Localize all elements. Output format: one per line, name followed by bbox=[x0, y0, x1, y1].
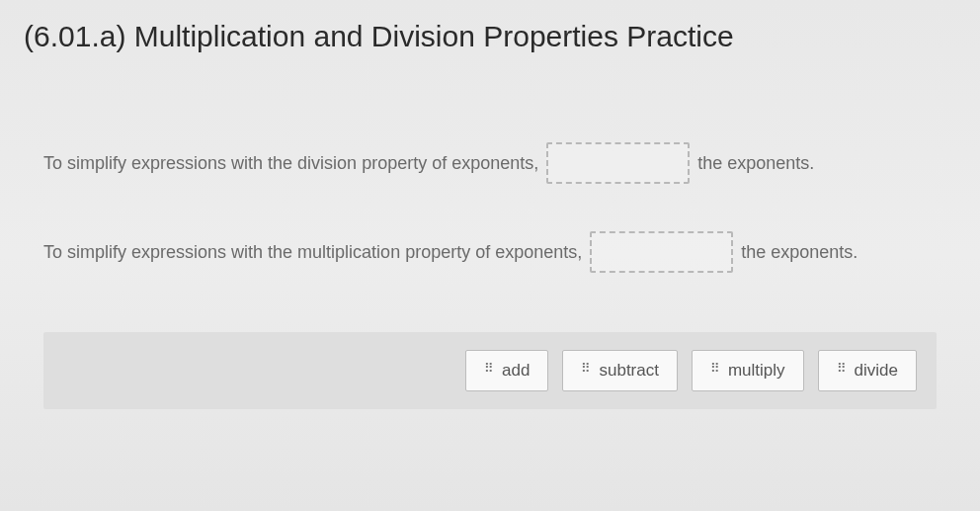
question-content: To simplify expressions with the divisio… bbox=[24, 142, 956, 409]
grip-icon bbox=[710, 366, 720, 376]
options-bar: add subtract multiply divide bbox=[43, 332, 937, 409]
sentence-row-1: To simplify expressions with the divisio… bbox=[43, 142, 937, 184]
option-label: multiply bbox=[728, 361, 785, 381]
option-subtract[interactable]: subtract bbox=[562, 350, 677, 391]
sentence-1-after: the exponents. bbox=[697, 153, 814, 174]
page-title: (6.01.a) Multiplication and Division Pro… bbox=[24, 20, 956, 53]
option-label: add bbox=[502, 361, 530, 381]
sentence-2-after: the exponents. bbox=[741, 242, 858, 263]
grip-icon bbox=[581, 366, 591, 376]
option-divide[interactable]: divide bbox=[818, 350, 917, 391]
drop-zone-2[interactable] bbox=[590, 231, 733, 273]
grip-icon bbox=[837, 366, 847, 376]
sentence-1-before: To simplify expressions with the divisio… bbox=[43, 153, 538, 174]
option-multiply[interactable]: multiply bbox=[692, 350, 804, 391]
option-label: divide bbox=[855, 361, 898, 381]
sentence-row-2: To simplify expressions with the multipl… bbox=[43, 231, 937, 273]
option-label: subtract bbox=[599, 361, 658, 381]
sentence-2-before: To simplify expressions with the multipl… bbox=[43, 242, 582, 263]
option-add[interactable]: add bbox=[465, 350, 548, 391]
drop-zone-1[interactable] bbox=[546, 142, 690, 184]
grip-icon bbox=[484, 366, 494, 376]
